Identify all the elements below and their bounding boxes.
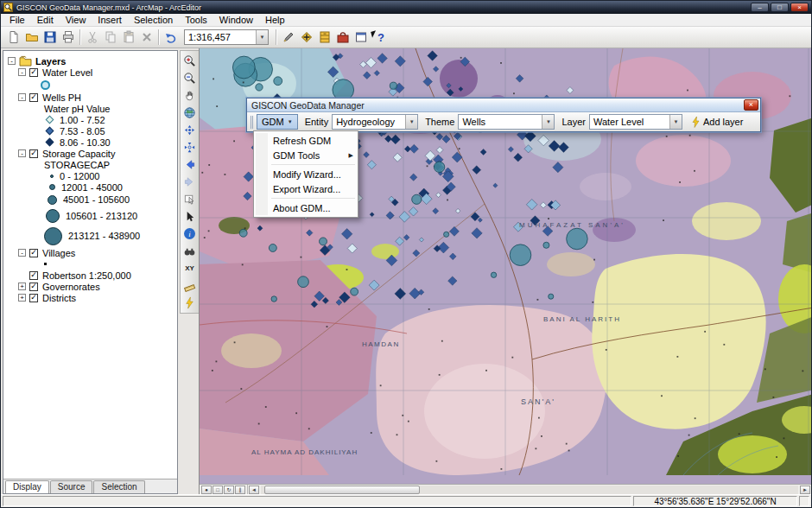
menu-selection[interactable]: Selection	[128, 15, 179, 25]
collapse-icon[interactable]: -	[18, 149, 26, 157]
cut-button[interactable]	[83, 29, 101, 47]
identify-button[interactable]: i	[181, 225, 198, 242]
menu-item-refresh-gdm[interactable]: Refresh GDM	[254, 133, 358, 148]
scrollbar-track[interactable]	[261, 486, 798, 494]
theme-dropdown[interactable]: Wells ▼	[458, 114, 555, 130]
find-button[interactable]	[181, 243, 198, 259]
print-button[interactable]	[59, 29, 77, 47]
window-button[interactable]	[352, 29, 370, 47]
wells-ph-checkbox[interactable]: ✓	[29, 93, 38, 102]
menu-window[interactable]: Window	[213, 15, 259, 25]
pan-hand-button[interactable]	[181, 87, 198, 104]
toc-root-label[interactable]: Layers	[35, 56, 66, 67]
gdm-menu-button[interactable]: GDM ▼	[257, 114, 298, 130]
minimize-button[interactable]: –	[751, 3, 769, 12]
villages-checkbox[interactable]: ✓	[29, 249, 38, 257]
storage-capacity-checkbox[interactable]: ✓	[29, 149, 38, 158]
menu-item-about-gdm[interactable]: About GDM...	[254, 200, 358, 215]
refresh-view-button[interactable]: ↻	[224, 486, 234, 494]
add-layer-button[interactable]: Add layer	[686, 114, 748, 130]
zoom-in-button[interactable]	[181, 53, 198, 69]
undo-button[interactable]	[162, 29, 180, 47]
collapse-icon[interactable]: -	[18, 68, 26, 76]
menu-item-gdm-tools[interactable]: GDM Tools▶	[254, 148, 358, 162]
tab-display[interactable]: Display	[5, 480, 49, 493]
layer-label[interactable]: Wells PH	[42, 92, 81, 103]
water-level-checkbox[interactable]: ✓	[29, 68, 38, 77]
pause-drawing-button[interactable]: ∥	[235, 486, 245, 494]
forward-extent-button[interactable]	[181, 174, 198, 190]
menu-item-modify-wizard[interactable]: Modify Wizard...	[254, 167, 358, 181]
map-view[interactable]: MUHAFAZAT SAN'A' BANI AL HARITH HAMDAN S…	[199, 48, 811, 494]
layer-label[interactable]: Storage Capacity	[42, 149, 115, 159]
scroll-right-arrow[interactable]: ►	[800, 486, 810, 494]
menu-view[interactable]: View	[60, 15, 92, 25]
menu-edit[interactable]: Edit	[31, 15, 60, 25]
fixed-zoom-out-button[interactable]	[181, 139, 198, 156]
districts-checkbox[interactable]: ✓	[29, 294, 38, 302]
chevron-down-icon[interactable]: ▼	[256, 30, 268, 44]
open-button[interactable]	[22, 29, 41, 47]
layer-label[interactable]: Governorates	[42, 282, 100, 292]
delete-button[interactable]	[137, 29, 155, 47]
copy-button[interactable]	[101, 29, 119, 47]
zoom-out-button[interactable]	[181, 70, 198, 86]
maximize-button[interactable]: □	[771, 3, 789, 12]
entity-dropdown[interactable]: Hydrogeology ▼	[332, 114, 418, 130]
help-button[interactable]: ?	[370, 29, 388, 47]
go-to-xy-button[interactable]: XY	[181, 260, 198, 276]
gdm-close-button[interactable]: ×	[744, 99, 758, 111]
collapse-icon[interactable]: -	[18, 249, 26, 257]
chevron-down-icon[interactable]: ▼	[542, 115, 554, 129]
save-button[interactable]	[41, 29, 59, 47]
arccatalog-button[interactable]	[315, 29, 333, 47]
measure-button[interactable]	[181, 277, 198, 294]
toc-layer-wells-ph[interactable]: - ✓ Wells PH	[4, 92, 176, 103]
layer-dropdown[interactable]: Water Level ▼	[589, 114, 682, 130]
back-extent-button[interactable]	[181, 156, 198, 173]
chevron-down-icon[interactable]: ▼	[405, 115, 417, 129]
layer-label[interactable]: Districts	[42, 293, 76, 303]
toc-layer-robertson[interactable]: ✓ Robertson 1:250,000	[4, 270, 176, 281]
full-extent-globe-button[interactable]	[181, 105, 198, 121]
hyperlink-lightning-button[interactable]	[181, 295, 198, 311]
tab-selection[interactable]: Selection	[93, 480, 144, 493]
toc-layer-villages[interactable]: - ✓ Villages	[4, 247, 176, 258]
menu-item-export-wizard[interactable]: Export Wizard...	[254, 181, 358, 196]
toc-layer-water-level[interactable]: - ✓ Water Level	[4, 67, 176, 78]
toolbar-grip[interactable]	[251, 116, 253, 129]
layout-view-button[interactable]: □	[213, 486, 223, 494]
toc-layer-districts[interactable]: + ✓ Districts	[4, 292, 176, 303]
layer-label[interactable]: Water Level	[42, 67, 92, 78]
menu-help[interactable]: Help	[259, 15, 291, 25]
close-button[interactable]: ×	[790, 3, 809, 12]
add-data-button[interactable]	[297, 29, 315, 47]
select-elements-button[interactable]	[181, 208, 198, 225]
scrollbar-thumb[interactable]	[264, 486, 420, 494]
tab-source[interactable]: Source	[50, 480, 93, 493]
gdm-title-bar[interactable]: GISCON GeoData Manager ×	[247, 98, 760, 112]
toc-layer-governorates[interactable]: + ✓ Governorates	[4, 281, 176, 292]
layer-label[interactable]: Robertson 1:250,000	[42, 270, 131, 281]
layer-label[interactable]: Villages	[42, 248, 75, 258]
scale-value[interactable]: 1:316,457	[185, 32, 256, 42]
menu-tools[interactable]: Tools	[179, 15, 213, 25]
editor-pencil-button[interactable]	[279, 29, 297, 47]
menu-insert[interactable]: Insert	[92, 15, 128, 25]
paste-button[interactable]	[119, 29, 137, 47]
arctoolbox-button[interactable]	[333, 29, 352, 47]
new-document-button[interactable]	[4, 29, 22, 47]
select-features-button[interactable]	[181, 191, 198, 207]
data-view-button[interactable]: ●	[201, 486, 212, 494]
scale-combo[interactable]: 1:316,457 ▼	[184, 29, 269, 45]
collapse-icon[interactable]: -	[18, 93, 26, 101]
expand-icon[interactable]: +	[18, 294, 26, 302]
toc-root-layers[interactable]: - Layers	[4, 55, 176, 67]
toc-layer-storage-capacity[interactable]: - ✓ Storage Capacity	[4, 148, 176, 159]
robertson-checkbox[interactable]: ✓	[29, 271, 38, 280]
chevron-down-icon[interactable]: ▼	[669, 115, 682, 129]
scroll-left-arrow[interactable]: ◄	[249, 486, 259, 494]
menu-file[interactable]: File	[3, 15, 31, 25]
fixed-zoom-in-button[interactable]	[181, 122, 198, 138]
governorates-checkbox[interactable]: ✓	[29, 283, 38, 291]
